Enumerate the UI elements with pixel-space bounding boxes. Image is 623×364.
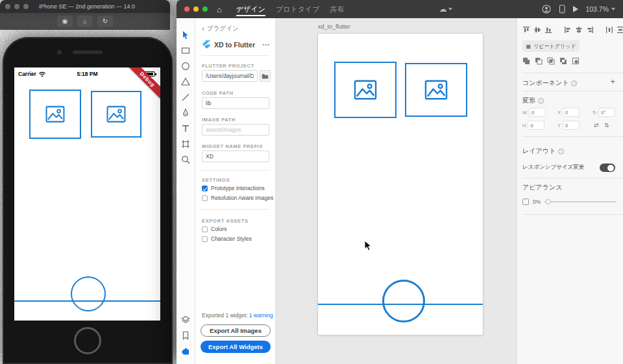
pen-tool[interactable] bbox=[180, 108, 191, 118]
image-placeholder-box[interactable] bbox=[405, 63, 467, 117]
traffic-light-zoom[interactable] bbox=[202, 6, 208, 12]
tab-prototype[interactable]: プロトタイプ bbox=[271, 0, 325, 18]
rotation-value[interactable]: 0° bbox=[598, 108, 615, 117]
boolean-add-icon[interactable] bbox=[522, 57, 530, 65]
add-component-button[interactable]: + bbox=[610, 78, 615, 86]
traffic-light-minimize[interactable] bbox=[193, 6, 199, 12]
rotation-field[interactable]: ↻ 0° bbox=[592, 108, 615, 117]
width-field[interactable]: W 0 bbox=[522, 108, 546, 117]
checkbox-character-styles[interactable]: Character Styles bbox=[202, 236, 252, 242]
traffic-light-close[interactable] bbox=[5, 4, 10, 9]
artboard-label[interactable]: xd_to_flutter bbox=[318, 23, 350, 30]
screenshot-button[interactable]: ◉ bbox=[57, 16, 73, 27]
zoom-level-control[interactable]: 103.7% bbox=[585, 5, 615, 13]
rectangle-tool[interactable] bbox=[180, 45, 191, 56]
align-left-icon[interactable] bbox=[564, 26, 572, 34]
align-right-icon[interactable] bbox=[586, 26, 594, 34]
boolean-intersect-icon[interactable] bbox=[547, 57, 555, 65]
plugin-panel: ‹ プラグイン XD to Flutter ••• FLUTTER PROJEC… bbox=[195, 18, 276, 364]
distribute-horizontal-icon[interactable] bbox=[605, 26, 613, 34]
device-home-button[interactable] bbox=[74, 327, 101, 354]
ellipse-tool[interactable] bbox=[180, 61, 191, 71]
screenshot-stage: iPhone SE — 2nd generation — 14.0 ◉ ⌂ ↻ … bbox=[0, 0, 623, 364]
info-icon[interactable]: i bbox=[538, 98, 544, 104]
artboard[interactable] bbox=[318, 34, 483, 335]
flip-icons[interactable]: ⇄ ⇅ bbox=[594, 122, 611, 128]
slider-knob[interactable] bbox=[546, 199, 551, 204]
home-icon[interactable]: ⌂ bbox=[217, 5, 222, 14]
plugins-back-button[interactable]: ‹ プラグイン bbox=[202, 25, 239, 33]
export-all-images-button[interactable]: Export All Images bbox=[201, 324, 271, 337]
zoom-tool[interactable] bbox=[180, 154, 191, 165]
widget-prefix-input[interactable] bbox=[202, 151, 269, 162]
boolean-toolbar bbox=[522, 57, 580, 65]
design-canvas[interactable]: xd_to_flutter bbox=[276, 18, 517, 364]
mask-icon[interactable] bbox=[572, 57, 580, 65]
device-preview-icon[interactable] bbox=[558, 5, 566, 14]
select-tool[interactable] bbox=[180, 30, 191, 40]
layers-button[interactable] bbox=[180, 315, 191, 325]
opacity-value[interactable]: 0% bbox=[533, 199, 541, 205]
traffic-light-zoom[interactable] bbox=[23, 4, 29, 9]
wireframe-circle[interactable] bbox=[382, 280, 425, 322]
sim-home-button[interactable]: ⌂ bbox=[77, 16, 93, 27]
play-preview-button[interactable] bbox=[573, 6, 578, 12]
checkbox-colors[interactable]: Colors bbox=[202, 226, 227, 232]
traffic-light-minimize[interactable] bbox=[14, 4, 19, 9]
align-middle-icon[interactable] bbox=[533, 26, 541, 34]
rotate-device-button[interactable]: ↻ bbox=[97, 16, 113, 27]
checkbox-resolution-aware[interactable]: Resolution Aware Images bbox=[202, 195, 273, 201]
distribute-vertical-icon[interactable] bbox=[617, 26, 623, 34]
browse-folder-button[interactable] bbox=[260, 70, 271, 82]
plugin-menu-button[interactable]: ••• bbox=[263, 42, 270, 47]
magnifier-icon bbox=[181, 155, 190, 164]
checkbox-icon bbox=[202, 226, 208, 232]
width-label: W bbox=[522, 110, 527, 115]
flutter-project-input[interactable] bbox=[202, 70, 258, 82]
repeat-grid-button[interactable]: ▦ リピートグリッド bbox=[522, 40, 580, 52]
plugins-button[interactable] bbox=[180, 346, 191, 356]
x-field[interactable]: X 0 bbox=[557, 108, 580, 117]
layout-label: レイアウト bbox=[522, 147, 556, 156]
tab-design[interactable]: デザイン bbox=[231, 0, 271, 18]
cloud-status-button[interactable]: ☁ bbox=[439, 5, 452, 14]
align-bottom-icon[interactable] bbox=[544, 26, 552, 34]
code-path-input[interactable] bbox=[202, 97, 269, 109]
align-center-icon[interactable] bbox=[575, 26, 583, 34]
align-top-icon[interactable] bbox=[522, 26, 530, 34]
boolean-exclude-icon[interactable] bbox=[559, 57, 567, 65]
account-icon[interactable] bbox=[542, 5, 551, 14]
checkbox-icon bbox=[202, 195, 208, 201]
image-path-input[interactable] bbox=[202, 124, 269, 136]
image-placeholder-box[interactable] bbox=[334, 62, 397, 118]
checkbox-prototype-interactions[interactable]: Prototype Interactions bbox=[202, 185, 265, 191]
tab-share[interactable]: 共有 bbox=[324, 0, 349, 18]
text-tool[interactable] bbox=[180, 123, 191, 134]
text-icon bbox=[181, 124, 190, 133]
polygon-tool[interactable] bbox=[180, 77, 191, 87]
info-icon[interactable]: i bbox=[571, 80, 577, 86]
opacity-slider[interactable] bbox=[544, 201, 617, 202]
boolean-subtract-icon[interactable] bbox=[535, 57, 543, 65]
export-all-widgets-button[interactable]: Export All Widgets bbox=[201, 341, 271, 353]
y-field[interactable]: Y 0 bbox=[557, 121, 580, 130]
traffic-light-close[interactable] bbox=[184, 6, 189, 12]
app-screen: Carrier 5:18 PM Debug bbox=[14, 67, 160, 321]
artboard-tool[interactable] bbox=[180, 139, 191, 149]
height-field[interactable]: H 0 bbox=[522, 121, 544, 130]
flutter-logo-icon bbox=[202, 40, 211, 49]
ellipse-icon bbox=[181, 62, 190, 71]
responsive-resize-toggle[interactable] bbox=[600, 164, 615, 172]
simulator-toolbar: ◉ ⌂ ↻ bbox=[0, 13, 170, 30]
width-value[interactable]: 0 bbox=[529, 108, 546, 117]
y-value[interactable]: 0 bbox=[563, 121, 580, 130]
line-tool[interactable] bbox=[180, 92, 191, 103]
appearance-label: アピアランス bbox=[522, 183, 562, 192]
warning-link[interactable]: 1 warning bbox=[249, 312, 273, 319]
info-icon[interactable]: i bbox=[558, 149, 564, 154]
libraries-button[interactable] bbox=[180, 330, 191, 341]
plugins-puzzle-icon bbox=[181, 346, 191, 356]
divider bbox=[522, 214, 623, 215]
x-value[interactable]: 0 bbox=[563, 108, 580, 117]
height-value[interactable]: 0 bbox=[528, 121, 544, 130]
